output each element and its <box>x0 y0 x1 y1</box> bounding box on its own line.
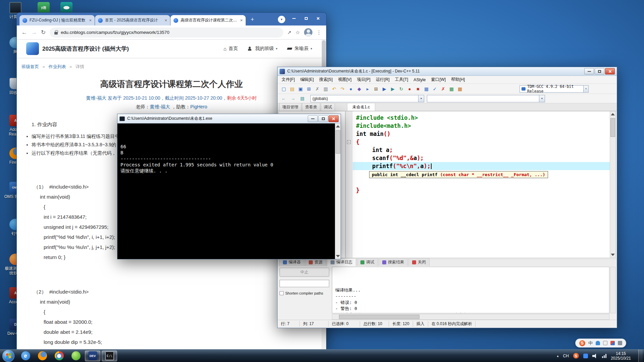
print-icon[interactable]: ▥ <box>321 85 330 93</box>
save-icon[interactable]: ▣ <box>296 85 305 93</box>
back-icon[interactable]: ← <box>21 29 27 36</box>
console-output[interactable]: 66B--------------------------------Proce… <box>117 123 335 259</box>
editor-tab[interactable]: 未命名1.c <box>347 103 375 111</box>
site-logo[interactable] <box>26 42 39 55</box>
new-file-icon[interactable]: ▢ <box>280 85 288 93</box>
menu-item[interactable]: 视图[V] <box>335 76 354 84</box>
sogou-logo-icon[interactable]: S <box>579 340 585 346</box>
tab-close-icon[interactable]: × <box>89 18 92 23</box>
ime-toolbar[interactable]: S 中 <box>575 339 626 348</box>
assistant-link[interactable]: PigHero <box>190 104 207 109</box>
bottom-tab[interactable]: 调试 <box>357 258 378 266</box>
minimize-button[interactable] <box>308 115 318 122</box>
menu-item[interactable]: 编辑[E] <box>298 76 316 84</box>
minimize-button[interactable] <box>288 14 300 22</box>
browser-menu-icon[interactable]: ⋮ <box>316 30 321 36</box>
bottom-tab[interactable]: 资源 <box>305 258 326 266</box>
menu-item[interactable]: 工具[T] <box>392 76 411 84</box>
debug-icon[interactable]: ● <box>405 85 414 93</box>
run-icon[interactable]: ▶ <box>380 85 389 93</box>
sogou-tray-icon[interactable]: S <box>573 353 579 359</box>
teacher-link[interactable]: 黄维-福大 <box>150 104 170 109</box>
compiler-select[interactable]: TDM-GCC 4.9.2 64-bit Release ▾ <box>519 85 589 93</box>
menu-item[interactable]: AStyle <box>411 76 428 83</box>
menu-item[interactable]: 搜索[S] <box>316 76 335 84</box>
nav-home[interactable]: ⌂ 首页 <box>224 46 238 52</box>
undo-icon[interactable]: ↶ <box>330 85 338 93</box>
replace-icon[interactable]: ◆ <box>355 85 363 93</box>
editor-scrollbar[interactable] <box>610 111 615 258</box>
stop-icon[interactable]: ■ <box>414 85 422 93</box>
close-button[interactable] <box>329 115 339 122</box>
close-file-icon[interactable]: ✗ <box>313 85 321 93</box>
bottom-tab[interactable]: 编译器 <box>279 258 304 266</box>
forward-icon[interactable]: → <box>31 29 37 36</box>
globals-select[interactable]: (globals) ▾ <box>310 95 424 102</box>
new-tab-button[interactable]: + <box>248 15 257 24</box>
breadcrumb-list[interactable]: 作业列表 <box>48 64 66 69</box>
code-editor[interactable]: #include <stdio.h> #include<math.h> int … <box>345 111 616 258</box>
volume-icon[interactable] <box>592 354 598 358</box>
devcpp-titlebar[interactable]: C:\Users\Administrator\Documents\未命名1.c … <box>278 67 617 76</box>
close-button[interactable] <box>605 68 615 74</box>
browser-tab[interactable]: 高级语言程序设计课程第二次… × <box>170 15 246 25</box>
taskbar-app[interactable] <box>51 351 67 361</box>
profile-icon[interactable]: ▦ <box>422 85 431 93</box>
bookmark-star-icon[interactable]: ☆ <box>296 30 300 36</box>
taskbar-app[interactable]: DEV <box>85 351 100 361</box>
maximize-button[interactable] <box>595 68 604 74</box>
browser-tab[interactable]: 首页 - 2025高级语言程序设计 × <box>95 15 170 25</box>
skin-icon[interactable] <box>610 341 615 345</box>
menu-item[interactable]: 文件[F] <box>279 76 298 84</box>
bottom-tab[interactable]: 编译日志 <box>327 258 356 266</box>
compile-icon[interactable]: ⊞ <box>372 85 380 93</box>
nav-my-class[interactable]: 我的班级 ▾ <box>248 46 278 52</box>
reload-icon[interactable]: ↻ <box>41 29 46 36</box>
taskbar-clock[interactable]: 14:15 2025/10/21 <box>611 351 631 361</box>
url-bar[interactable]: edu.cnblogs.com/campus/fzu/gjyycx/homewo… <box>50 28 283 38</box>
taskbar-app[interactable]: C:\ <box>102 351 117 361</box>
log-hscrollbar[interactable] <box>332 314 609 320</box>
left-panel-tab[interactable]: 查看类 <box>302 103 320 111</box>
close-button[interactable] <box>312 14 324 22</box>
back-icon[interactable]: ← <box>280 95 288 102</box>
minimize-button[interactable] <box>584 68 594 74</box>
taskbar-app[interactable] <box>68 351 84 361</box>
delete-profile-icon[interactable]: ▩ <box>456 85 464 93</box>
tray-app-icon[interactable] <box>583 354 588 358</box>
left-panel-tab[interactable]: 调试 <box>321 103 335 111</box>
fold-marker-icon[interactable] <box>347 140 351 144</box>
ime-mode-toggle[interactable]: 中 <box>588 340 593 346</box>
browser-tab[interactable]: FZU-Coding-OJ | 输出双精度数 × <box>19 15 95 25</box>
nav-user[interactable]: 朱喻辰 ▾ <box>287 46 312 52</box>
taskbar-app[interactable]: e <box>18 351 33 361</box>
open-icon[interactable]: ▤ <box>288 85 296 93</box>
left-panel-tab[interactable]: 项目管理 <box>279 103 301 111</box>
syntax-check-icon[interactable]: ✓ <box>431 85 439 93</box>
restore-button[interactable] <box>318 115 328 122</box>
forward-icon[interactable]: → <box>289 95 297 102</box>
console-titlebar[interactable]: C:\Users\Administrator\Documents\未命名1.ex… <box>117 114 341 123</box>
compile-run-icon[interactable]: ▶ <box>389 85 397 93</box>
menu-item[interactable]: 窗口[W] <box>429 76 449 84</box>
goto-line-icon[interactable]: ▸ <box>363 85 372 93</box>
keyboard-icon[interactable] <box>603 341 607 345</box>
language-indicator[interactable]: CH <box>563 354 569 358</box>
console-scrollbar[interactable] <box>335 123 341 259</box>
bottom-tab[interactable]: 搜索结果 <box>379 258 408 266</box>
menu-item[interactable]: 帮助[H] <box>448 76 467 84</box>
tab-close-icon[interactable]: × <box>164 18 167 23</box>
members-select[interactable]: ▾ <box>427 95 545 102</box>
profile-analyze-icon[interactable]: ▦ <box>447 85 456 93</box>
menu-item[interactable]: 项目[P] <box>354 76 373 84</box>
rebuild-icon[interactable]: ↻ <box>397 85 405 93</box>
redo-icon[interactable]: ↷ <box>338 85 347 93</box>
abort-button[interactable]: 中止 <box>280 268 329 277</box>
author-link[interactable]: 黄维-福大 <box>86 95 107 101</box>
share-icon[interactable]: ↗ <box>287 30 292 36</box>
tab-close-icon[interactable]: × <box>240 18 243 23</box>
shorten-paths-checkbox[interactable] <box>280 291 284 295</box>
lock-icon[interactable] <box>54 32 58 35</box>
compile-log-output[interactable]: 编译结果...--------- 错误: 0- 警告: 0- 输出文件名: C:… <box>332 267 609 313</box>
save-all-icon[interactable]: ⊞ <box>305 85 313 93</box>
